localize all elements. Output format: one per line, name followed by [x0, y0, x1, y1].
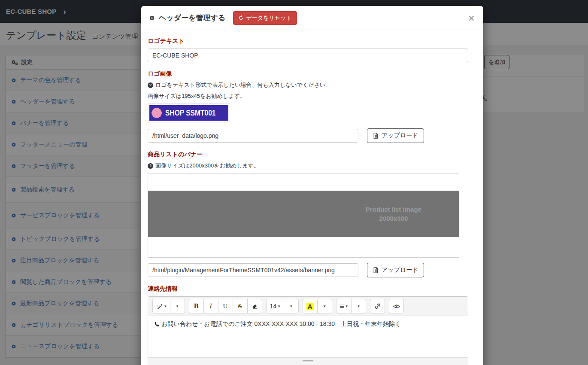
- contact-text: お問い合わせ・お電話でのご注文 0XXX-XXX-XXX 10:00 - 18:…: [161, 320, 401, 328]
- flower-badge-icon: [151, 107, 162, 119]
- close-icon[interactable]: ×: [467, 12, 476, 24]
- banner-upload-label: アップロード: [382, 266, 418, 274]
- font-size-button[interactable]: 14 ▾: [266, 299, 284, 313]
- color-group: A ▾: [303, 299, 332, 313]
- banner-preview-box: Product list image 2000x300: [148, 173, 459, 258]
- logo-text-input[interactable]: [148, 49, 468, 62]
- fontsize-group: 14 ▾ ▾: [266, 299, 299, 313]
- link-group: [370, 299, 385, 313]
- reset-data-button[interactable]: データをリセット: [233, 11, 297, 25]
- rich-text-editor: ▾ ▾ B I U S: [148, 296, 468, 365]
- banner-placeholder-line2: 2000x300: [366, 214, 421, 223]
- logo-path-input[interactable]: [148, 129, 358, 143]
- magic-style-button[interactable]: ▾: [152, 299, 170, 313]
- logo-image-help2-row: 画像サイズは195x45をお勧めします。: [148, 92, 468, 100]
- phone-icon: [153, 321, 160, 328]
- caret-down-icon: ▾: [346, 304, 348, 308]
- underline-button[interactable]: U: [218, 299, 233, 313]
- modal-title-text: ヘッダーを管理する: [159, 13, 225, 23]
- format-group: B I U S: [189, 299, 262, 313]
- code-glyph: </>: [393, 303, 400, 310]
- banner-label: 商品リストのバナー: [148, 151, 468, 158]
- italic-button[interactable]: I: [203, 299, 218, 313]
- clear-format-button[interactable]: [247, 299, 262, 313]
- insert-link-button[interactable]: [370, 299, 385, 313]
- font-size-value: 14: [270, 303, 277, 310]
- font-color-button[interactable]: A: [303, 299, 318, 313]
- logo-preview-thumbnail: SHOP SSMT001: [148, 103, 230, 122]
- contact-label: 連絡先情報: [148, 285, 468, 293]
- logo-upload-button[interactable]: アップロード: [367, 128, 424, 143]
- refresh-icon: [238, 15, 244, 21]
- banner-help: 画像サイズは2000x300をお勧めします。: [155, 162, 259, 170]
- strikethrough-button[interactable]: S: [233, 299, 248, 313]
- gear-icon: [149, 15, 155, 21]
- caret-down-icon: ▾: [290, 304, 292, 308]
- link-icon: [374, 303, 381, 310]
- codeview-group: </>: [389, 299, 404, 313]
- question-circle-icon: ?: [148, 163, 153, 169]
- magic-wand-icon: [156, 303, 163, 310]
- caret-down-icon: ▾: [358, 304, 360, 308]
- file-icon: [373, 267, 379, 274]
- logo-image-help2: 画像サイズは195x45をお勧めします。: [148, 92, 246, 100]
- logo-preview-image: SHOP SSMT001: [149, 105, 228, 121]
- logo-image-label: ロゴ画像: [148, 70, 468, 78]
- modal-header: ヘッダーを管理する データをリセット ×: [141, 6, 483, 30]
- logo-text-label: ロゴテキスト: [148, 37, 468, 45]
- bold-button[interactable]: B: [189, 299, 204, 313]
- font-color-dropdown-button[interactable]: ▾: [317, 299, 332, 313]
- modal-body: ロゴテキスト ロゴ画像 ? ロゴをテキスト形式で表示したい場合、何も入力しないで…: [141, 30, 483, 365]
- caret-down-icon: ▾: [176, 304, 179, 308]
- code-view-button[interactable]: </>: [389, 299, 404, 313]
- banner-path-row: アップロード: [148, 263, 468, 277]
- paragraph-group: ≡ ▾ ▾: [336, 299, 366, 313]
- banner-path-input[interactable]: [148, 263, 358, 277]
- style-dropdown-button[interactable]: ▾: [170, 299, 185, 313]
- question-circle-icon: ?: [148, 82, 153, 88]
- logo-preview-text: SHOP SSMT001: [165, 108, 215, 118]
- italic-glyph: I: [209, 302, 212, 310]
- logo-path-row: アップロード: [148, 128, 468, 143]
- color-letter-glyph: A: [306, 303, 314, 310]
- banner-help-row: ? 画像サイズは2000x300をお勧めします。: [148, 162, 468, 170]
- manage-header-modal: ヘッダーを管理する データをリセット × ロゴテキスト ロゴ画像 ? ロゴをテキ…: [141, 6, 483, 365]
- banner-preview-image: Product list image 2000x300: [148, 191, 459, 237]
- banner-placeholder-line1: Product list image: [366, 205, 421, 214]
- screen: EC-CUBE SHOP › テンプレート設定 コンテンツ管理 設定 テーマの色…: [0, 0, 588, 365]
- caret-down-icon: ▾: [164, 304, 167, 308]
- resize-grip-icon: [303, 360, 313, 363]
- underline-glyph: U: [223, 303, 228, 310]
- file-icon: [373, 132, 379, 139]
- strike-glyph: S: [238, 303, 242, 310]
- style-group: ▾ ▾: [152, 299, 185, 313]
- caret-down-icon: ▾: [278, 304, 280, 308]
- bold-glyph: B: [194, 302, 199, 310]
- modal-title: ヘッダーを管理する: [149, 13, 225, 23]
- logo-image-help1: ロゴをテキスト形式で表示したい場合、何も入力しないでください。: [155, 81, 331, 89]
- banner-placeholder-text: Product list image 2000x300: [366, 205, 421, 223]
- reset-data-label: データをリセット: [246, 14, 291, 22]
- eraser-icon: [252, 303, 258, 310]
- paragraph-lines-icon: ≡: [340, 303, 344, 310]
- logo-image-help1-row: ? ロゴをテキスト形式で表示したい場合、何も入力しないでください。: [148, 81, 468, 89]
- editor-resize-bar[interactable]: [148, 357, 468, 365]
- editor-content-area[interactable]: お問い合わせ・お電話でのご注文 0XXX-XXX-XXX 10:00 - 18:…: [148, 316, 468, 357]
- banner-upload-button[interactable]: アップロード: [367, 263, 424, 277]
- paragraph-dropdown-button[interactable]: ▾: [351, 299, 366, 313]
- font-size-dropdown-button[interactable]: ▾: [284, 299, 299, 313]
- caret-down-icon: ▾: [324, 304, 326, 308]
- paragraph-align-button[interactable]: ≡ ▾: [336, 299, 352, 313]
- logo-upload-label: アップロード: [382, 132, 418, 140]
- editor-toolbar: ▾ ▾ B I U S: [148, 297, 468, 316]
